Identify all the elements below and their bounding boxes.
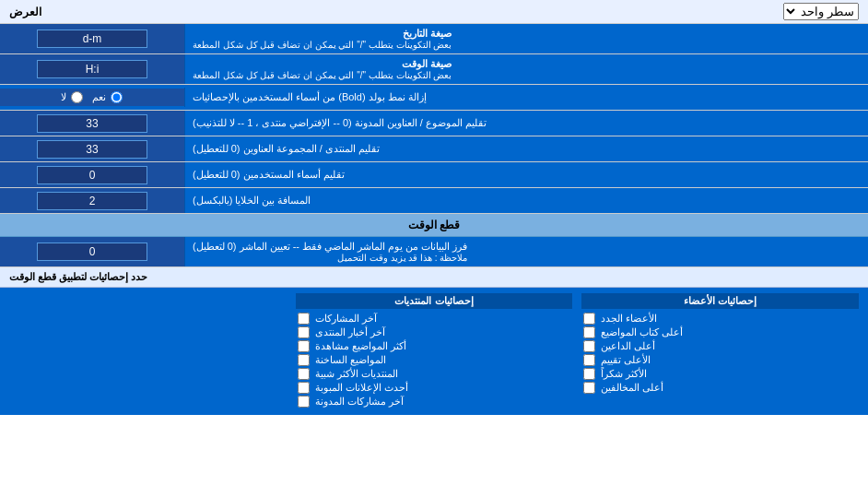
checkbox-top-violators-input[interactable] bbox=[583, 382, 595, 394]
bold-remove-label: إزالة نمط بولد (Bold) من أسماء المستخدمي… bbox=[184, 88, 868, 107]
limit-label-row: حدد إحصائيات لتطبيق قطع الوقت bbox=[0, 267, 868, 288]
checkbox-new-members[interactable]: الأعضاء الجدد bbox=[581, 313, 859, 325]
date-format-input[interactable] bbox=[37, 30, 147, 48]
checkbox-hot-topics-input[interactable] bbox=[298, 354, 310, 366]
checkbox-top-topic-writers[interactable]: أعلى كتاب المواضيع bbox=[581, 326, 859, 338]
cutoff-input[interactable] bbox=[37, 243, 147, 261]
checkbox-latest-classified-ads-input[interactable] bbox=[298, 382, 310, 394]
usernames-count-input[interactable] bbox=[37, 166, 147, 184]
time-format-row: صيغة الوقت بعض التكوينات يتطلب "/" التي … bbox=[0, 54, 868, 85]
checkbox-most-thankful[interactable]: الأكثر شكراً bbox=[581, 368, 859, 380]
bold-remove-yes-label[interactable]: نعم bbox=[92, 91, 124, 103]
bold-remove-no-radio[interactable] bbox=[71, 91, 83, 103]
gap-between-row: المسافة بين الخلايا (بالبكسل) bbox=[0, 188, 868, 214]
usernames-count-input-area[interactable] bbox=[0, 162, 184, 187]
date-format-input-area[interactable] bbox=[0, 24, 184, 53]
topic-title-count-input[interactable] bbox=[37, 114, 147, 133]
cutoff-label: فرز البيانات من يوم الماشر الماضي فقط --… bbox=[184, 237, 868, 266]
col-forums-stats: إحصائيات المنتديات آخر المشاركات آخر أخب… bbox=[296, 293, 573, 409]
date-format-label: صيغة التاريخ بعض التكوينات يتطلب "/" الت… bbox=[184, 24, 868, 53]
checkbox-hot-topics[interactable]: المواضيع الساخنة bbox=[296, 354, 573, 366]
checkbox-most-similar-forums[interactable]: المنتديات الأكثر شبية bbox=[296, 368, 573, 380]
date-format-row: صيغة التاريخ بعض التكوينات يتطلب "/" الت… bbox=[0, 24, 868, 54]
gap-between-label: المسافة بين الخلايا (بالبكسل) bbox=[184, 188, 868, 213]
checkbox-forum-news[interactable]: آخر أخبار المنتدى bbox=[296, 326, 573, 338]
checkbox-forum-news-input[interactable] bbox=[298, 326, 310, 338]
bold-remove-radio-area: نعم لا bbox=[0, 89, 184, 106]
usernames-count-label: تقليم أسماء المستخدمين (0 للتعطيل) bbox=[184, 162, 868, 187]
checkbox-top-violators[interactable]: أعلى المخالفين bbox=[581, 382, 859, 394]
topic-title-count-row: تقليم الموضوع / العناوين المدونة (0 -- ا… bbox=[0, 111, 868, 136]
checkbox-latest-classified-ads[interactable]: أحدث الإعلانات المبوبة bbox=[296, 382, 573, 394]
topic-title-count-label: تقليم الموضوع / العناوين المدونة (0 -- ا… bbox=[184, 111, 868, 136]
display-select[interactable]: سطر واحد سطرين ثلاثة أسطر bbox=[783, 3, 859, 20]
checkbox-latest-blog-posts[interactable]: آخر مشاركات المدونة bbox=[296, 396, 573, 408]
forum-title-count-label: تقليم المنتدى / المجموعة العناوين (0 للت… bbox=[184, 136, 868, 161]
col-members-title: إحصائيات الأعضاء bbox=[581, 293, 859, 309]
col-empty bbox=[9, 293, 287, 409]
display-select-area[interactable]: سطر واحد سطرين ثلاثة أسطر bbox=[783, 3, 859, 20]
checkbox-top-topic-writers-input[interactable] bbox=[583, 326, 595, 338]
cutoff-row: فرز البيانات من يوم الماشر الماضي فقط --… bbox=[0, 237, 868, 267]
display-label: العرض bbox=[9, 6, 41, 18]
topic-title-count-input-area[interactable] bbox=[0, 111, 184, 136]
checkbox-latest-posts-input[interactable] bbox=[298, 313, 310, 325]
checkbox-top-inviters-input[interactable] bbox=[583, 340, 595, 352]
checkboxes-area: إحصائيات الأعضاء الأعضاء الجدد أعلى كتاب… bbox=[0, 288, 868, 415]
time-format-input[interactable] bbox=[37, 60, 147, 78]
gap-between-input-area[interactable] bbox=[0, 188, 184, 213]
checkbox-top-rated-input[interactable] bbox=[583, 354, 595, 366]
main-container: سطر واحد سطرين ثلاثة أسطر العرض صيغة الت… bbox=[0, 0, 868, 415]
display-row: سطر واحد سطرين ثلاثة أسطر العرض bbox=[0, 0, 868, 24]
time-format-input-area[interactable] bbox=[0, 54, 184, 84]
time-format-label: صيغة الوقت بعض التكوينات يتطلب "/" التي … bbox=[184, 54, 868, 84]
cutoff-input-area[interactable] bbox=[0, 237, 184, 266]
col-forums-title: إحصائيات المنتديات bbox=[296, 293, 573, 309]
bold-remove-no-label[interactable]: لا bbox=[61, 91, 85, 103]
bold-remove-row: إزالة نمط بولد (Bold) من أسماء المستخدمي… bbox=[0, 85, 868, 111]
gap-between-input[interactable] bbox=[37, 192, 147, 210]
col-members-stats: إحصائيات الأعضاء الأعضاء الجدد أعلى كتاب… bbox=[581, 293, 859, 409]
forum-title-count-row: تقليم المنتدى / المجموعة العناوين (0 للت… bbox=[0, 136, 868, 162]
checkbox-latest-posts[interactable]: آخر المشاركات bbox=[296, 313, 573, 325]
checkbox-top-rated[interactable]: الأعلى تقييم bbox=[581, 354, 859, 366]
checkbox-top-inviters[interactable]: أعلى الداعين bbox=[581, 340, 859, 352]
checkbox-most-viewed[interactable]: أكثر المواضيع مشاهدة bbox=[296, 340, 573, 352]
usernames-count-row: تقليم أسماء المستخدمين (0 للتعطيل) bbox=[0, 162, 868, 188]
checkbox-most-thankful-input[interactable] bbox=[583, 368, 595, 380]
bold-remove-yes-radio[interactable] bbox=[111, 91, 123, 103]
cutoff-section-header: قطع الوقت bbox=[0, 214, 868, 237]
checkbox-most-viewed-input[interactable] bbox=[298, 340, 310, 352]
checkbox-latest-blog-posts-input[interactable] bbox=[298, 396, 310, 408]
checkbox-new-members-input[interactable] bbox=[583, 313, 595, 325]
forum-title-count-input-area[interactable] bbox=[0, 136, 184, 161]
forum-title-count-input[interactable] bbox=[37, 140, 147, 159]
checkbox-most-similar-forums-input[interactable] bbox=[298, 368, 310, 380]
